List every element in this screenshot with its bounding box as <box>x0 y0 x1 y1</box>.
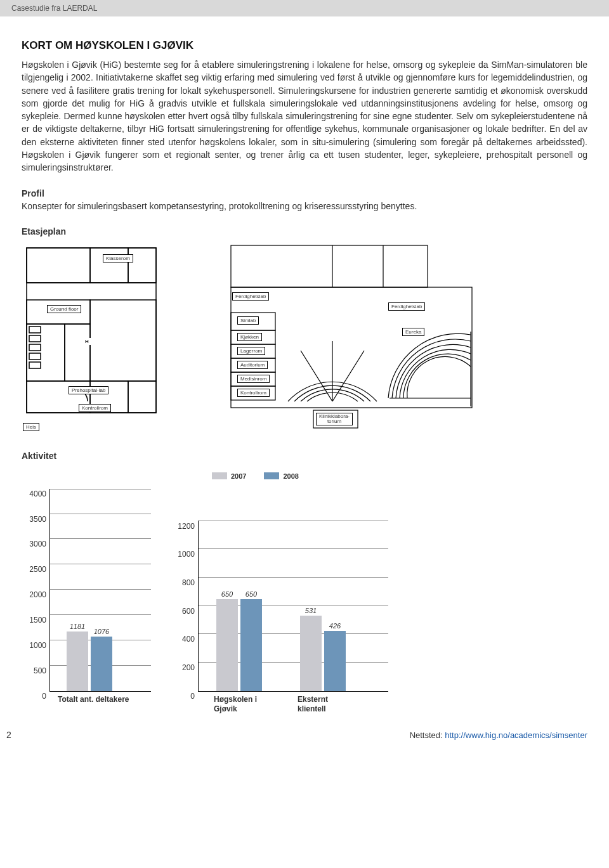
chart-b-bar-value: 650 <box>216 590 238 598</box>
legend-2007: 2007 <box>212 472 246 480</box>
fp-h: H <box>82 338 91 345</box>
chart-a-bar-2008: 1076 <box>91 637 112 691</box>
svg-rect-6 <box>65 324 90 381</box>
profil-heading: Profil <box>22 188 587 198</box>
chart-a-xcat: Totalt ant. deltakere <box>58 695 134 705</box>
chart-b-bar-2008-0: 650 <box>240 599 262 691</box>
page-content: KORT OM HØYSKOLEN I GJØVIK Høgskolen i G… <box>0 16 609 704</box>
floorplan-right: Ferdighetslab Ferdighetslab Simlab Kjøkk… <box>187 243 478 433</box>
floorplan-left: Klasserom Ground floor H Prehospital-lab… <box>22 243 161 433</box>
fp-heis: Heis <box>23 423 39 431</box>
chart-a-bar-value: 1181 <box>67 623 88 630</box>
fp-ferdighetslab: Ferdighetslab <box>232 292 269 301</box>
chart-b-ytick: 1000 <box>178 550 195 559</box>
page-number: 2 <box>6 730 11 740</box>
chart-b-ytick: 200 <box>182 663 195 672</box>
svg-rect-15 <box>29 353 41 360</box>
chart-b-ytick: 600 <box>182 607 195 616</box>
swatch-2008-icon <box>264 472 279 479</box>
fp-auditorium: Auditorium <box>237 361 268 369</box>
chart-total-plot: 0500100015002000250030003500400011811076… <box>49 489 151 692</box>
fp-kontrollrom: Kontrollrom <box>237 389 270 397</box>
chart-a-ytick: 1000 <box>29 641 46 650</box>
fp-simlab: Simlab <box>237 316 259 325</box>
chart-b-ytick: 0 <box>190 692 195 701</box>
fp-ferdighetslab2: Ferdighetslab <box>388 302 425 311</box>
chart-a-ytick: 2500 <box>29 565 46 574</box>
svg-line-29 <box>332 351 364 401</box>
header-band: Casestudie fra LAERDAL <box>0 0 609 16</box>
chart-b-xcat: Eksterntklientell <box>298 695 374 715</box>
chart-a-ytick: 4000 <box>29 489 46 498</box>
chart-b-ytick: 400 <box>182 635 195 644</box>
charts-row: 0500100015002000250030003500400011811076… <box>22 489 587 692</box>
section-body: Høgskolen i Gjøvik (HiG) bestemte seg fo… <box>22 58 587 174</box>
swatch-2007-icon <box>212 472 227 479</box>
etasjeplan-heading: Etasjeplan <box>22 226 587 236</box>
case-label: Casestudie fra LAERDAL <box>11 4 97 13</box>
chart-groups: 020040060080010001200650650Høgskolen iGj… <box>198 521 388 692</box>
chart-a-ytick: 0 <box>42 692 46 701</box>
svg-rect-7 <box>90 300 156 381</box>
svg-rect-17 <box>231 245 428 287</box>
chart-a-ytick: 1500 <box>29 616 46 625</box>
svg-rect-1 <box>27 248 90 283</box>
fp-lagerrom: Lagerrom <box>237 347 265 355</box>
section-title: KORT OM HØYSKOLEN I GJØVIK <box>22 39 587 52</box>
chart-a-ytick: 3000 <box>29 540 46 548</box>
svg-line-28 <box>301 351 332 401</box>
svg-rect-12 <box>29 327 41 333</box>
chart-legend: 2007 2008 <box>212 472 587 480</box>
legend-2008: 2008 <box>264 472 298 480</box>
chart-a-ytick: 3500 <box>29 515 46 524</box>
chart-total: 0500100015002000250030003500400011811076… <box>49 489 151 692</box>
chart-a-ytick: 2000 <box>29 590 46 599</box>
fp-kjokken: Kjøkken <box>237 333 262 341</box>
nettsted-label: Nettsted: <box>410 730 445 740</box>
fp-ground: Ground floor <box>47 305 81 313</box>
chart-b-bar-value: 650 <box>240 590 262 598</box>
chart-b-ytick: 800 <box>182 578 195 587</box>
svg-rect-2 <box>90 248 128 283</box>
legend-2007-label: 2007 <box>231 472 246 480</box>
chart-b-bar-2007-0: 650 <box>216 599 238 691</box>
fp-prehospital: Prehospital-lab <box>69 386 108 394</box>
chart-b-bar-2008-1: 426 <box>324 631 346 691</box>
aktivitet-heading: Aktivitet <box>22 451 587 461</box>
fp-klinikklab: Klinikklabora-torium <box>316 413 353 426</box>
chart-a-bar-2007: 1181 <box>67 632 88 691</box>
svg-rect-10 <box>128 381 156 413</box>
svg-rect-14 <box>29 344 41 351</box>
fp-kontroll: Kontrollrom <box>79 404 111 412</box>
footer-link-wrap: Nettsted: http://www.hig.no/academics/si… <box>410 730 587 740</box>
svg-rect-13 <box>29 335 41 342</box>
chart-b-ytick: 1200 <box>178 522 195 531</box>
nettsted-url[interactable]: http://www.hig.no/academics/simsenter <box>445 730 587 740</box>
chart-b-bar-value: 531 <box>300 607 322 614</box>
fp-eureka: Eureka <box>402 328 424 336</box>
legend-2008-label: 2008 <box>283 472 298 480</box>
chart-a-ytick: 500 <box>34 666 46 675</box>
chart-b-xcat: Høgskolen iGjøvik <box>214 695 290 715</box>
floorplan-container: Klasserom Ground floor H Prehospital-lab… <box>22 243 587 433</box>
floorplan-right-svg <box>187 243 478 433</box>
profil-text: Konsepter for simuleringsbasert kompetan… <box>22 201 587 211</box>
chart-groups-plot: 020040060080010001200650650Høgskolen iGj… <box>198 521 388 692</box>
svg-rect-3 <box>128 248 156 283</box>
svg-rect-16 <box>29 362 41 368</box>
chart-a-bar-value: 1076 <box>91 628 112 635</box>
fp-klasserom: Klasserom <box>103 254 133 262</box>
fp-medisinrom: Medisinrom <box>237 375 270 383</box>
chart-b-bar-value: 426 <box>324 622 346 630</box>
chart-b-bar-2007-1: 531 <box>300 616 322 691</box>
